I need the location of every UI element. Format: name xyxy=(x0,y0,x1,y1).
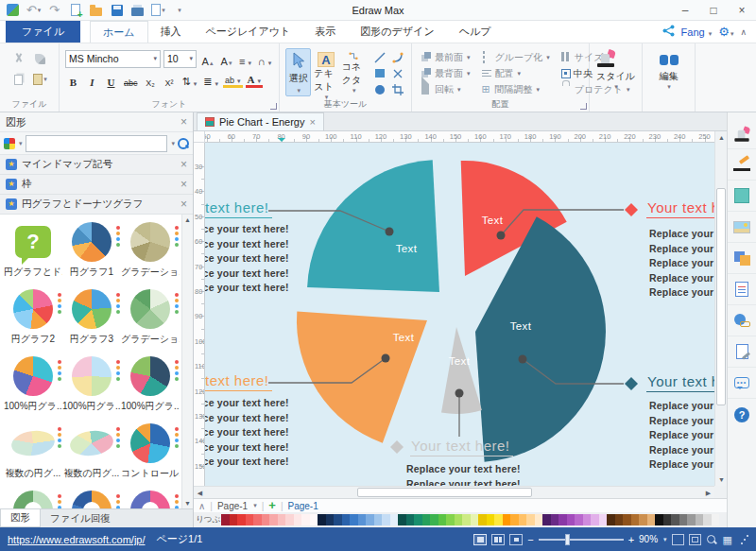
close-button[interactable]: × xyxy=(728,0,756,20)
scroll-up-icon[interactable]: ▲ xyxy=(184,216,191,223)
text-arc-icon[interactable]: ∩▾ xyxy=(256,50,273,67)
color-swatch[interactable] xyxy=(535,514,543,525)
color-swatch[interactable] xyxy=(663,514,672,525)
vertical-scroll-thumb[interactable] xyxy=(716,188,726,405)
panel-tab-file-recovery[interactable]: ファイル回復 xyxy=(41,509,120,527)
tab-ページレイアウト[interactable]: ページレイアウト xyxy=(194,21,303,43)
print-preview-icon[interactable]: ▾ xyxy=(151,3,165,17)
ellipse-tool-icon[interactable] xyxy=(372,82,387,96)
color-swatch[interactable] xyxy=(390,514,399,525)
tab-図形のデザイン[interactable]: 図形のデザイン xyxy=(348,21,446,43)
zoom-slider[interactable] xyxy=(539,539,624,541)
text-tool-button[interactable]: A テキスト ▾ xyxy=(313,48,338,96)
color-swatch[interactable] xyxy=(639,514,647,525)
scroll-down-icon[interactable]: ▼ xyxy=(184,500,191,507)
undo-icon[interactable]: ↶▾ xyxy=(26,3,41,17)
edit-button[interactable]: 編集 ▾ xyxy=(660,48,679,91)
shape-search-input[interactable] xyxy=(26,135,168,152)
user-account-button[interactable]: Fang ▾ xyxy=(681,26,713,38)
color-swatch[interactable] xyxy=(471,514,479,525)
arrange-配置[interactable]: 配置▾ xyxy=(482,65,550,81)
section-マインドマップ記号[interactable]: ★マインドマップ記号× xyxy=(0,155,193,175)
color-swatch[interactable] xyxy=(285,514,294,525)
hyperlink-button[interactable] xyxy=(728,305,756,336)
arrange-最前面[interactable]: 最前面▾ xyxy=(421,49,471,65)
tab-ヘルプ[interactable]: ヘルプ xyxy=(447,21,504,43)
annotation-body[interactable]: Replace your text here!Replace your text… xyxy=(205,396,289,470)
save-icon[interactable] xyxy=(110,3,124,17)
select-tool-button[interactable]: 選択 ▾ xyxy=(285,48,311,96)
style-button[interactable]: スタイル ▾ xyxy=(596,48,635,91)
view-mode-presentation-icon[interactable] xyxy=(509,534,523,545)
horizontal-scroll-thumb[interactable] xyxy=(357,488,532,497)
shapes-panel-close-icon[interactable]: × xyxy=(180,115,187,129)
redo-icon[interactable]: ↷ xyxy=(47,3,61,17)
arrange-group-expander-icon[interactable] xyxy=(580,103,587,110)
color-swatch[interactable] xyxy=(647,514,656,525)
fill-style-button[interactable] xyxy=(728,118,756,149)
font-group-expander-icon[interactable] xyxy=(270,103,277,110)
scroll-left-icon[interactable]: ◀ xyxy=(194,487,206,499)
arrange-回転[interactable]: 回転▾ xyxy=(421,81,471,97)
color-swatch[interactable] xyxy=(318,514,326,525)
customize-toolbar-icon[interactable]: ▾ xyxy=(172,3,186,17)
color-swatch[interactable] xyxy=(519,514,527,525)
edrawsoft-link[interactable]: https://www.edrawsoft.com/jp/ xyxy=(8,534,146,545)
color-swatch[interactable] xyxy=(591,514,599,525)
color-swatch[interactable] xyxy=(567,514,576,525)
library-icon[interactable] xyxy=(4,138,15,149)
font-size-select[interactable]: 10▾ xyxy=(163,50,197,68)
comment-button[interactable]: ••• xyxy=(728,368,756,399)
page-tab[interactable]: Page-1 xyxy=(288,501,318,511)
color-swatch[interactable] xyxy=(599,514,608,525)
tab-表示[interactable]: 表示 xyxy=(302,21,348,43)
color-swatch[interactable] xyxy=(494,514,503,525)
crop-tool-icon[interactable] xyxy=(390,82,405,96)
zoom-out-icon[interactable]: − xyxy=(527,534,533,545)
annotation-body[interactable]: Replace your text here!Replace your text… xyxy=(406,462,521,486)
page-selector-caret-icon[interactable]: ▾ xyxy=(253,502,257,509)
shape-thumbnail[interactable]: 円グラフ1 xyxy=(62,218,121,285)
strikethrough-icon[interactable]: abc xyxy=(122,71,140,88)
color-swatch[interactable] xyxy=(455,514,463,525)
subscript-icon[interactable]: X₂ xyxy=(143,71,159,88)
search-icon[interactable] xyxy=(178,138,189,149)
arrange-グループ化[interactable]: グループ化▾ xyxy=(482,49,550,65)
section-枠[interactable]: ★枠× xyxy=(0,175,193,195)
bullet-list-icon[interactable]: ≣▾ xyxy=(201,71,220,88)
section-close-icon[interactable]: × xyxy=(180,178,187,191)
color-swatch[interactable] xyxy=(542,514,551,525)
color-swatch[interactable] xyxy=(446,514,455,525)
cut-icon[interactable] xyxy=(11,52,26,66)
grid-toggle-icon[interactable]: ▦ xyxy=(723,534,732,545)
pagebar-collapse-icon[interactable]: ∧ xyxy=(198,501,205,511)
shape-thumbnail[interactable] xyxy=(121,487,180,508)
font-family-select[interactable]: MS Mincho▾ xyxy=(65,50,161,68)
color-swatch[interactable] xyxy=(422,514,431,525)
annotation-heading[interactable]: Your text here! xyxy=(205,372,272,391)
help-button[interactable]: ? xyxy=(728,399,756,430)
view-mode-normal-icon[interactable] xyxy=(473,534,487,545)
line-tool-icon[interactable] xyxy=(372,50,387,64)
rectangle-tool-icon[interactable] xyxy=(372,66,387,80)
annotation-heading[interactable]: Your text here! xyxy=(646,373,714,392)
print-icon[interactable] xyxy=(130,3,145,17)
panel-scrollbar[interactable]: ▲ ▼ xyxy=(181,215,193,508)
settings-gear-icon[interactable]: ⚙▾ xyxy=(718,25,733,39)
color-swatch[interactable] xyxy=(607,514,615,525)
zoom-in-icon[interactable]: + xyxy=(628,534,634,545)
fit-width-icon[interactable] xyxy=(689,534,701,545)
annotation-heading[interactable]: Your text here! xyxy=(410,438,513,456)
shape-thumbnail[interactable] xyxy=(62,487,121,508)
line-spacing-icon[interactable]: ⇅▾ xyxy=(180,71,199,88)
color-swatch[interactable] xyxy=(487,514,495,525)
document-tab-close-icon[interactable]: × xyxy=(309,116,315,128)
color-swatch[interactable] xyxy=(278,514,286,525)
color-swatch[interactable] xyxy=(526,514,535,525)
shape-thumbnail[interactable]: 100%円グラ... xyxy=(4,353,62,420)
insert-picture-button[interactable] xyxy=(728,212,756,243)
color-swatch[interactable] xyxy=(679,514,688,525)
color-swatch[interactable] xyxy=(703,514,712,525)
cross-connector-icon[interactable] xyxy=(390,66,405,80)
section-close-icon[interactable]: × xyxy=(180,158,187,171)
